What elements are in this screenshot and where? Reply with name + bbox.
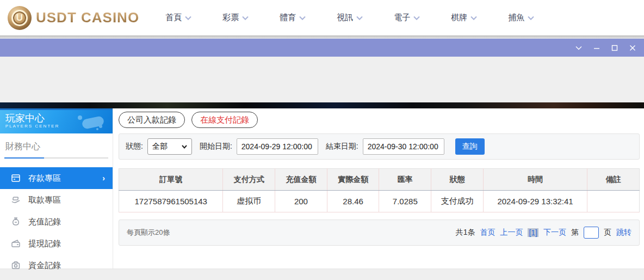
table-cell: 7.0285 (379, 191, 431, 212)
chevron-down-icon (242, 16, 249, 20)
records-table: 訂單號支付方式充值金額實際金額匯率狀態時間備註 1727587961505143… (119, 168, 640, 212)
finance-center-title: 財務中心 (4, 141, 108, 153)
sidebar-item-label: 資金記錄 (28, 260, 61, 271)
banner-strip (0, 102, 644, 108)
window-titlebar (0, 39, 644, 57)
table-body: 1727587961505143虚拟币20028.467.0285支付成功202… (119, 191, 640, 212)
nav-label: 捕魚 (508, 13, 524, 23)
chevron-down-icon (528, 16, 534, 20)
table-cell: 28.46 (327, 191, 379, 212)
jump-suffix-label: 页 (604, 228, 611, 238)
status-select[interactable]: 全部 (147, 138, 192, 155)
filter-bar: 狀態: 全部 開始日期: 結束日期: 查詢 (119, 133, 640, 160)
table-cell: 200 (275, 191, 327, 212)
sidebar-item-deposit-zone[interactable]: 存款專區 › (0, 167, 113, 189)
record-tabs: 公司入款記錄 在線支付記錄 (119, 112, 640, 128)
table-row: 1727587961505143虚拟币20028.467.0285支付成功202… (119, 191, 640, 212)
jump-prefix-label: 第 (571, 228, 579, 238)
status-select-value: 全部 (152, 142, 168, 151)
brand-logo[interactable]: U USDT CASINO (8, 6, 139, 30)
deposit-card-icon (11, 173, 21, 183)
nav-label: 電子 (394, 13, 410, 23)
start-date-label: 開始日期: (200, 142, 232, 151)
page-jump-input[interactable] (584, 227, 599, 239)
sidebar-item-recharge-record[interactable]: 充值記錄 › (0, 211, 113, 233)
pagination-bar: 每頁顯示20條 共1条 首页 上一页 [1] 下一页 第 页 跳转 (119, 220, 640, 246)
sidebar-item-withdrawal-record[interactable]: 提現記錄 › (0, 233, 113, 254)
table-header-cell: 匯率 (379, 169, 431, 191)
table-header-cell: 支付方式 (223, 169, 275, 191)
nav-item-cards[interactable]: 棋牌 (451, 13, 477, 23)
sidebar-item-funds-record[interactable]: 資金記錄 › (0, 254, 113, 276)
page-size-text: 每頁顯示20條 (127, 228, 170, 238)
end-date-label: 結束日期: (326, 142, 358, 151)
nav-item-fishing[interactable]: 捕魚 (508, 13, 534, 23)
chevron-right-icon: › (102, 174, 105, 182)
section-underline (4, 157, 108, 159)
close-icon[interactable] (629, 44, 636, 52)
status-label: 狀態: (126, 142, 143, 151)
wallet-icon (11, 239, 21, 248)
nav-label: 體育 (280, 13, 296, 23)
brand-logo-icon: U (8, 6, 32, 30)
end-date-input[interactable] (363, 138, 444, 155)
money-bag-icon (11, 217, 21, 227)
maximize-icon[interactable] (611, 44, 618, 52)
chevron-down-icon (299, 16, 306, 20)
chevron-down-icon (182, 145, 187, 149)
gamepad-icon (76, 114, 106, 131)
main-content: 公司入款記錄 在線支付記錄 狀態: 全部 開始日期: 結束日期: 查詢 訂單號支… (113, 108, 644, 269)
sidebar-item-label: 存款專區 (28, 173, 61, 184)
table-header-cell: 狀態 (431, 169, 484, 191)
table-cell: 1727587961505143 (119, 191, 223, 212)
table-header-cell: 時間 (483, 169, 587, 191)
start-date-input[interactable] (237, 138, 318, 155)
finance-section: 財務中心 (0, 133, 113, 162)
nav-item-sports[interactable]: 體育 (280, 13, 306, 23)
nav-label: 首頁 (165, 13, 182, 23)
sidebar-menu: 存款專區 › 取款專區 › 充值記錄 › 提現記錄 › 資金記錄 › (0, 167, 113, 276)
top-header: U USDT CASINO 首頁 彩票 體育 視訊 電子 棋牌 捕魚 (0, 0, 644, 35)
nav-item-home[interactable]: 首頁 (165, 13, 191, 23)
nav-item-slots[interactable]: 電子 (394, 13, 420, 23)
chevron-down-icon[interactable] (575, 44, 583, 52)
total-count: 共1条 (456, 228, 475, 238)
current-page-badge: [1] (528, 228, 538, 237)
table-cell: 支付成功 (431, 191, 484, 212)
nav-label: 彩票 (222, 13, 239, 23)
table-header-row: 訂單號支付方式充值金額實際金額匯率狀態時間備註 (119, 169, 640, 191)
tab-company-deposit-record[interactable]: 公司入款記錄 (119, 112, 185, 128)
tab-online-payment-record[interactable]: 在線支付記錄 (191, 112, 258, 128)
sidebar-header: 玩家中心 PLAYERS CENTER (0, 108, 113, 133)
sidebar-item-label: 充值記錄 (28, 217, 61, 227)
query-button[interactable]: 查詢 (455, 138, 485, 155)
chevron-down-icon (413, 16, 420, 20)
sidebar: 玩家中心 PLAYERS CENTER 財務中心 存款專區 › 取款專區 › (0, 108, 113, 269)
table-cell (587, 191, 640, 212)
nav-label: 棋牌 (451, 13, 467, 23)
table-header-cell: 備註 (587, 169, 640, 191)
table-header-cell: 實際金額 (327, 169, 379, 191)
prev-page-link[interactable]: 上一页 (500, 228, 523, 238)
table-header-cell: 訂單號 (119, 169, 223, 191)
chevron-down-icon (185, 16, 191, 20)
first-page-link[interactable]: 首页 (480, 228, 495, 238)
chevron-down-icon (356, 16, 363, 20)
nav-item-lottery[interactable]: 彩票 (222, 13, 249, 23)
blank-strip (0, 57, 644, 102)
chevron-down-icon (470, 16, 477, 20)
next-page-link[interactable]: 下一页 (543, 228, 566, 238)
sidebar-item-withdraw-zone[interactable]: 取款專區 › (0, 189, 113, 211)
jump-action-link[interactable]: 跳转 (616, 228, 631, 238)
nav-item-live[interactable]: 視訊 (337, 13, 363, 23)
table-header-cell: 充值金額 (275, 169, 327, 191)
pager-controls: 共1条 首页 上一页 [1] 下一页 第 页 跳转 (456, 227, 631, 239)
table-cell: 2024-09-29 13:32:41 (483, 191, 587, 212)
nav-label: 視訊 (337, 13, 353, 23)
sidebar-item-label: 取款專區 (28, 195, 61, 205)
logo-letter: U (16, 13, 23, 22)
table-cell: 虚拟币 (223, 191, 275, 212)
minimize-icon[interactable] (593, 44, 600, 52)
coin-purse-icon (11, 260, 21, 270)
main-nav: 首頁 彩票 體育 視訊 電子 棋牌 捕魚 (165, 13, 534, 23)
